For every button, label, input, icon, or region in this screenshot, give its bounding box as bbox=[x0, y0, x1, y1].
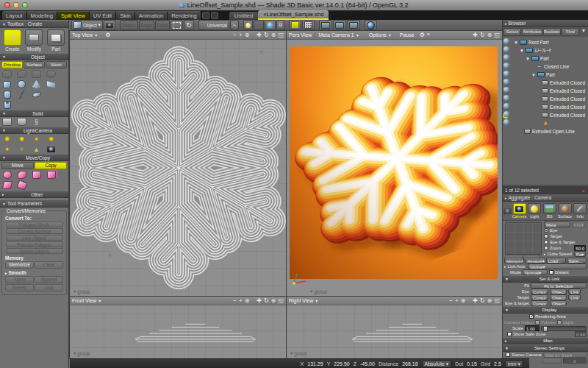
wireframe-mode-button[interactable] bbox=[302, 20, 315, 30]
zoom-tool-icon[interactable]: ⊕ bbox=[461, 297, 466, 305]
tree-row[interactable]: Extruded Open Line bbox=[512, 127, 588, 135]
expander-icon[interactable]: ▼ bbox=[531, 73, 536, 77]
orbit-icon[interactable]: ↻ bbox=[264, 32, 269, 39]
chevron-down-icon[interactable]: ▾ bbox=[315, 298, 318, 303]
distant-checkbox[interactable] bbox=[549, 270, 553, 275]
maximize-view-icon[interactable]: ◱ bbox=[494, 297, 500, 305]
expander-icon[interactable]: ▼ bbox=[520, 49, 524, 53]
zoom-in-icon[interactable]: + bbox=[239, 297, 243, 305]
stereo-extra-button[interactable] bbox=[542, 358, 562, 364]
orbit-icon[interactable]: ↻ bbox=[264, 297, 269, 305]
grid-snap-button[interactable] bbox=[289, 20, 301, 30]
create-cube-button[interactable] bbox=[2, 80, 12, 88]
scale-field[interactable]: 1.00 bbox=[525, 325, 539, 331]
magnify-icon[interactable]: ⊕ bbox=[487, 32, 492, 39]
rendering-area-checkbox[interactable] bbox=[529, 314, 534, 319]
create-cone-button[interactable] bbox=[32, 80, 41, 88]
material-sphere-icon[interactable] bbox=[503, 103, 509, 109]
tab-layout[interactable]: Layout bbox=[2, 11, 27, 20]
triangle-right-icon[interactable]: ▸ bbox=[504, 264, 506, 269]
expander-icon[interactable]: ▼ bbox=[514, 40, 518, 45]
material-sphere-icon[interactable] bbox=[503, 119, 509, 125]
tree-row[interactable]: Extruded Closed bbox=[512, 87, 588, 95]
vertex-mode-button[interactable]: Vertex bbox=[120, 20, 137, 30]
zoom-tool-icon[interactable]: ⊕ bbox=[245, 297, 250, 305]
right-view-axis-label[interactable]: ▾ global bbox=[290, 350, 307, 356]
target-cursor-button[interactable]: Cursor bbox=[531, 294, 548, 300]
aggregate-tab-light[interactable]: Light bbox=[527, 203, 542, 219]
maximize-view-icon[interactable]: ◱ bbox=[278, 297, 284, 305]
copy-rotate-button[interactable] bbox=[17, 171, 26, 179]
collapse-icon[interactable]: ▸ bbox=[505, 21, 507, 26]
smooth-link-button[interactable]: Link bbox=[35, 284, 63, 291]
material-sphere-icon[interactable] bbox=[503, 79, 509, 85]
stereo-extra-field[interactable]: 0 bbox=[563, 358, 587, 364]
stereo-camera-checkbox[interactable] bbox=[506, 353, 510, 357]
section-light-camera[interactable]: ▼ Light/Camera bbox=[0, 127, 68, 134]
stereo-mode-dropdown[interactable]: Side by Side▾ bbox=[543, 352, 587, 358]
object-mode-button[interactable]: Object ▾ bbox=[71, 20, 103, 30]
magnify-icon[interactable]: ⊕ bbox=[271, 32, 276, 39]
tree-row[interactable]: ~ Closed Line bbox=[512, 63, 588, 71]
pers-view-axis-label[interactable]: ▾ global bbox=[310, 289, 327, 294]
sight-checkbox[interactable] bbox=[557, 320, 562, 325]
mode-dropdown[interactable]: Normal▾ bbox=[523, 269, 548, 275]
convert-ignore-object-button[interactable]: Ignore Object bbox=[6, 248, 63, 254]
link-axis-dropdown[interactable]: Global▾ bbox=[528, 263, 587, 269]
zoom-value-field[interactable]: 50.0 bbox=[574, 245, 586, 251]
distant-light-button[interactable]: ✶ bbox=[32, 135, 41, 143]
stereo-section[interactable]: ▼ Stereo Settings bbox=[503, 344, 588, 352]
eye-target-object-button[interactable]: Object bbox=[550, 300, 567, 306]
tree-row[interactable]: ▼ Root Part bbox=[512, 38, 588, 46]
mode-create-button[interactable]: Create bbox=[2, 29, 22, 52]
tab-rendering[interactable]: Rendering bbox=[168, 11, 201, 20]
pan-icon[interactable]: ✚ bbox=[257, 297, 262, 305]
fit-to-selection-button[interactable]: Fit to Selection bbox=[531, 283, 587, 289]
browser-tab-select[interactable]: Select bbox=[503, 28, 521, 36]
create-line-button[interactable]: ╱ bbox=[17, 91, 26, 99]
zoom-out-icon[interactable]: − bbox=[233, 297, 237, 305]
copy-array-button[interactable] bbox=[32, 171, 41, 179]
pers-camera-select[interactable]: Meta Camera 1 bbox=[318, 32, 354, 38]
tab-modeling[interactable]: Modeling bbox=[27, 11, 57, 20]
area-light-button[interactable]: ✸ bbox=[46, 135, 56, 143]
browser-tab-boolean[interactable]: Boolean bbox=[543, 28, 561, 36]
marquee-select-button[interactable] bbox=[171, 20, 183, 30]
tab-skin[interactable]: Skin bbox=[116, 11, 135, 20]
aggregate-tab-surface[interactable]: Surface bbox=[558, 203, 573, 219]
universal-manipulator-button[interactable]: ⊥ Universal bbox=[198, 20, 229, 30]
zoom-tool-icon[interactable]: ⊕ bbox=[245, 32, 250, 39]
pers-view-title[interactable]: Pers View bbox=[289, 32, 312, 38]
material-sphere-icon[interactable] bbox=[503, 54, 509, 60]
eye-link-button[interactable]: Link bbox=[568, 289, 581, 294]
clear-button[interactable]: Clear bbox=[35, 261, 63, 269]
units-dropdown[interactable]: mm▾ bbox=[505, 360, 523, 368]
tab-uv-edit[interactable]: UV Edit bbox=[90, 11, 116, 20]
top-view-title[interactable]: Top View bbox=[72, 32, 93, 38]
edge-mode-button[interactable]: Edge bbox=[139, 20, 154, 30]
gear-icon[interactable]: ⚙ bbox=[105, 32, 110, 38]
maximize-window-icon[interactable] bbox=[22, 2, 28, 8]
disabled-surface-3-button[interactable] bbox=[32, 70, 41, 78]
preview-option-button[interactable] bbox=[505, 255, 523, 261]
tab-mesh[interactable]: Mesh bbox=[46, 61, 67, 68]
create-wedge-button[interactable] bbox=[46, 80, 56, 88]
target-radio[interactable] bbox=[544, 234, 548, 238]
tab-animation[interactable]: Animation bbox=[135, 11, 168, 20]
collapse-icon[interactable]: ▼ bbox=[2, 202, 6, 206]
section-other[interactable]: ▸ Other bbox=[0, 191, 68, 198]
aggregate-tab-camera[interactable]: Camera bbox=[512, 203, 527, 219]
eye-radio[interactable] bbox=[544, 228, 548, 233]
eye-object-button[interactable]: Object bbox=[550, 289, 567, 294]
aggregate-tab-bg[interactable]: BG bbox=[542, 203, 557, 219]
cube-speed-dropdown[interactable]: Fa▾ bbox=[574, 251, 586, 257]
disabled-surface-4-button[interactable] bbox=[46, 70, 56, 78]
create-camera-button[interactable] bbox=[46, 145, 56, 153]
eye-target-radio[interactable] bbox=[544, 240, 548, 244]
maximize-view-icon[interactable]: ◱ bbox=[278, 32, 284, 39]
browser-tab-attributes[interactable]: Attributes bbox=[522, 28, 542, 36]
eye-target-cursor-button[interactable]: Cursor bbox=[531, 300, 548, 306]
copy-button[interactable]: Copy bbox=[35, 162, 67, 169]
set-link-section[interactable]: ▼ Set & Link bbox=[503, 275, 588, 283]
collapse-icon[interactable]: ▸ bbox=[505, 196, 507, 200]
